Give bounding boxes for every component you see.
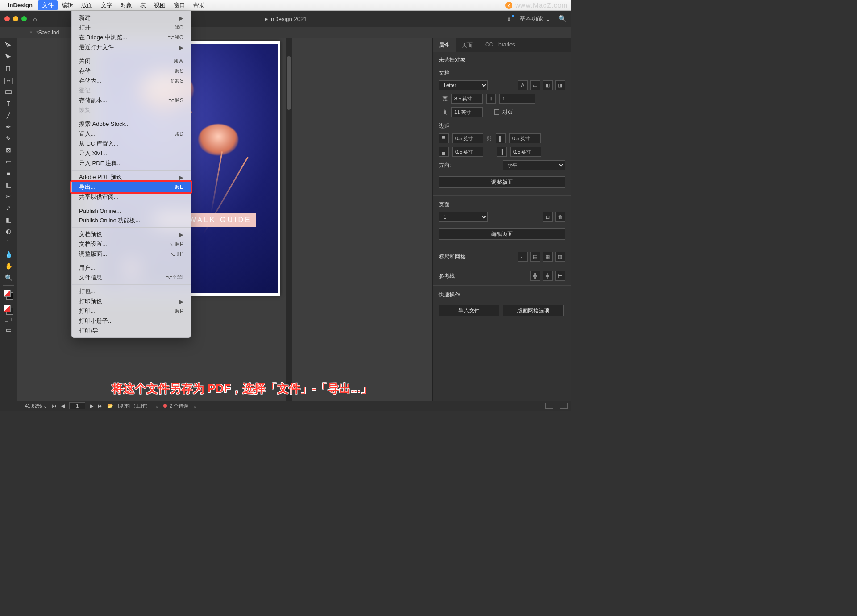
menu-item[interactable]: 共享以供审阅... (72, 192, 191, 202)
margin-right-input[interactable] (510, 147, 541, 157)
facing-checkbox[interactable] (494, 109, 499, 115)
delete-page-icon[interactable]: 🗑 (555, 212, 565, 222)
close-window-icon[interactable] (4, 16, 10, 21)
home-icon[interactable]: ⌂ (33, 15, 37, 23)
page-number-field[interactable]: 1 (69, 402, 85, 409)
menu-item[interactable]: 导入 XML... (72, 149, 191, 158)
tab-cc-libraries[interactable]: CC Libraries (479, 38, 521, 52)
app-name[interactable]: InDesign (8, 2, 33, 8)
menu-item[interactable]: 用户... (72, 263, 191, 273)
pencil-tool-icon[interactable]: ✎ (2, 133, 15, 144)
menu-item[interactable]: 最近打开文件▶ (72, 42, 191, 52)
close-tab-icon[interactable]: × (29, 29, 33, 36)
orientation-select[interactable]: 水平 (503, 160, 565, 170)
note-tool-icon[interactable]: 🗒 (2, 237, 15, 248)
errors-chevron-icon[interactable]: ⌄ (193, 403, 197, 409)
page-binding-left-icon[interactable]: ◧ (543, 80, 553, 90)
add-page-icon[interactable]: ⊞ (543, 212, 553, 222)
workspace-switcher[interactable]: 基本功能 ⌄ (520, 15, 550, 23)
smart-guides-icon[interactable]: ⊢ (555, 271, 565, 281)
menu-item[interactable]: 文件信息...⌥⇧⌘I (72, 273, 191, 283)
margin-bottom-input[interactable] (452, 147, 483, 157)
content-collector-tool-icon[interactable] (2, 87, 15, 97)
menu-item[interactable]: 文档设置...⌥⌘P (72, 239, 191, 249)
minimize-window-icon[interactable] (13, 16, 18, 21)
color-profile-label[interactable]: [基本]（工作） (118, 403, 150, 409)
share-icon[interactable]: ⇪ (507, 16, 512, 22)
page-preset-select[interactable]: Letter (439, 80, 488, 90)
margin-left-input[interactable] (509, 133, 541, 143)
zoom-tool-icon[interactable]: 🔍 (2, 272, 15, 283)
rectangle-frame-tool-icon[interactable]: ⊠ (2, 145, 15, 155)
menu-item[interactable]: 新建▶ (72, 13, 191, 23)
import-file-button[interactable]: 导入文件 (439, 305, 499, 316)
menu-file[interactable]: 文件 (38, 0, 58, 10)
tab-properties[interactable]: 属性 (433, 38, 456, 52)
text-format-icon[interactable]: T (10, 317, 12, 324)
menu-item[interactable]: Publish Online... (72, 206, 191, 216)
document-tab[interactable]: × *Save.ind (24, 27, 64, 38)
menu-type[interactable]: 文字 (97, 0, 116, 10)
menu-item[interactable]: 存储⌘S (72, 66, 191, 76)
menu-layout[interactable]: 版面 (77, 0, 97, 10)
line-tool-icon[interactable]: ╱ (2, 110, 15, 121)
gradient-swatch-tool-icon[interactable]: ◧ (2, 214, 15, 225)
selection-tool-icon[interactable] (2, 40, 15, 51)
rectangle-tool-icon[interactable]: ▭ (2, 156, 15, 167)
menu-item[interactable]: 导入 PDF 注释... (72, 158, 191, 168)
guides-lock-icon[interactable]: ╪ (543, 271, 553, 281)
orientation-portrait-icon[interactable]: A (518, 80, 528, 90)
menu-item[interactable]: 从 CC 库置入... (72, 139, 191, 149)
direct-selection-tool-icon[interactable] (2, 52, 15, 62)
preflight-errors[interactable]: 2 个错误 (163, 403, 188, 409)
menu-item[interactable]: 打印小册子... (72, 316, 191, 326)
adjust-layout-button[interactable]: 调整版面 (439, 176, 565, 188)
link-margins-icon[interactable]: ⛓ (487, 135, 492, 142)
scissors-tool-icon[interactable]: ✂ (2, 191, 15, 202)
page-number-select[interactable]: 1 (439, 212, 488, 222)
menu-item[interactable]: Adobe PDF 预设▶ (72, 172, 191, 182)
menu-help[interactable]: 帮助 (189, 0, 209, 10)
page-tool-icon[interactable] (2, 63, 15, 74)
margin-top-input[interactable] (452, 133, 483, 143)
vertical-scrollbar[interactable] (286, 38, 292, 401)
binding-icon[interactable]: ⫴ (486, 94, 496, 104)
container-format-icon[interactable]: 口 (4, 317, 9, 324)
default-fill-stroke[interactable] (4, 305, 13, 315)
menu-item[interactable]: 打包... (72, 287, 191, 296)
first-page-icon[interactable]: ⏮ (52, 403, 57, 408)
menu-item[interactable]: 导出...⌘E (72, 182, 191, 192)
zoom-level[interactable]: 41.62% ⌄ (25, 403, 47, 409)
tab-pages[interactable]: 页面 (456, 38, 479, 52)
menu-item[interactable]: Publish Online 功能板... (72, 216, 191, 225)
next-page-icon[interactable]: ▶ (90, 403, 93, 409)
prev-page-icon[interactable]: ◀ (61, 403, 65, 409)
view-mode-icon[interactable]: ▭ (2, 325, 15, 335)
menu-item[interactable]: 文档预设▶ (72, 229, 191, 239)
stroke-tool-icon[interactable]: ≡ (2, 168, 15, 179)
grid-dots-icon[interactable]: ▦ (543, 252, 553, 262)
menu-item[interactable]: 打开...⌘O (72, 23, 191, 33)
menu-object[interactable]: 对象 (116, 0, 136, 10)
menu-item[interactable]: 置入...⌘D (72, 129, 191, 139)
menu-item[interactable]: 打印/导 (72, 326, 191, 336)
open-doc-icon[interactable]: 📂 (107, 403, 113, 409)
free-transform-tool-icon[interactable]: ⤢ (2, 203, 15, 213)
edit-pages-button[interactable]: 编辑页面 (439, 228, 565, 240)
height-input[interactable] (451, 107, 483, 117)
grid-tool-icon[interactable]: ▦ (2, 179, 15, 190)
menu-item[interactable]: 在 Bridge 中浏览...⌥⌘O (72, 33, 191, 42)
layout-grid-options-button[interactable]: 版面网格选项 (503, 305, 564, 316)
baseline-grid-icon[interactable]: ▥ (555, 252, 565, 262)
view-split-icon[interactable] (545, 403, 553, 409)
menu-item[interactable]: 关闭⌘W (72, 56, 191, 66)
width-input[interactable] (451, 94, 483, 104)
maximize-window-icon[interactable] (21, 16, 27, 21)
gradient-feather-tool-icon[interactable]: ◐ (2, 226, 15, 237)
menu-table[interactable]: 表 (136, 0, 150, 10)
grid-lines-icon[interactable]: ▤ (530, 252, 540, 262)
ruler-icon[interactable]: ⌐ (518, 252, 528, 262)
pen-tool-icon[interactable]: ✒ (2, 121, 15, 132)
menu-item[interactable]: 存储副本...⌥⌘S (72, 96, 191, 105)
guides-show-icon[interactable]: ╬ (530, 271, 540, 281)
